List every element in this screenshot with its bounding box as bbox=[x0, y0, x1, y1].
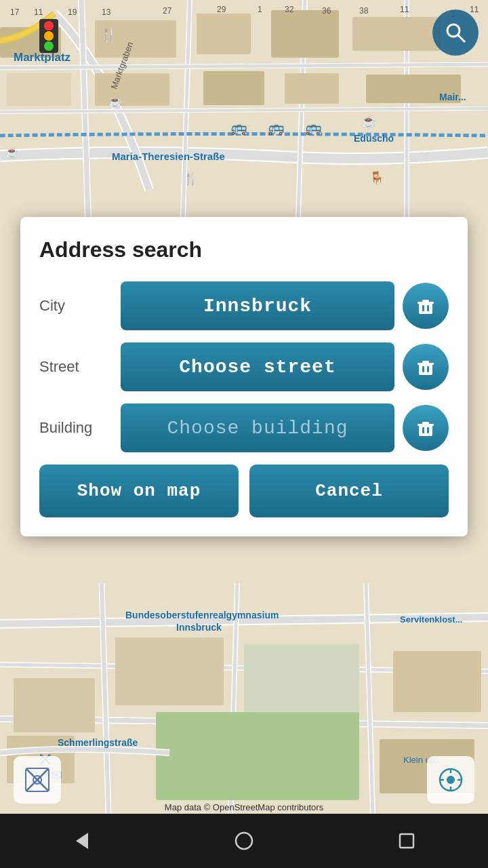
svg-text:Bundesoberstufenrealgymnasium: Bundesoberstufenrealgymnasium bbox=[125, 610, 279, 620]
action-buttons: Show on map Cancel bbox=[39, 465, 449, 517]
svg-rect-21 bbox=[285, 73, 339, 104]
svg-point-99 bbox=[447, 776, 455, 784]
svg-line-78 bbox=[458, 35, 465, 42]
svg-rect-106 bbox=[400, 834, 413, 848]
svg-text:🚌: 🚌 bbox=[305, 119, 322, 136]
svg-rect-20 bbox=[203, 71, 264, 105]
svg-rect-92 bbox=[422, 427, 424, 433]
svg-text:13: 13 bbox=[102, 7, 111, 17]
street-row: Street Choose street bbox=[39, 342, 449, 391]
svg-rect-86 bbox=[418, 363, 434, 365]
building-field-button[interactable]: Choose building bbox=[121, 403, 394, 452]
map-search-button[interactable] bbox=[432, 9, 479, 56]
svg-text:Schmerlingstraße: Schmerlingstraße bbox=[58, 737, 138, 748]
svg-rect-88 bbox=[427, 366, 429, 372]
svg-text:11: 11 bbox=[400, 5, 409, 14]
svg-text:🍴: 🍴 bbox=[183, 172, 199, 186]
svg-rect-37 bbox=[14, 678, 95, 732]
building-delete-button[interactable] bbox=[403, 405, 449, 451]
svg-text:36: 36 bbox=[322, 6, 331, 16]
city-label: City bbox=[39, 297, 121, 315]
svg-rect-81 bbox=[418, 302, 434, 304]
svg-text:☕: ☕ bbox=[361, 114, 377, 129]
city-delete-button[interactable] bbox=[403, 283, 449, 329]
map-label-maria-theresien: Maria-Theresien-Straße bbox=[112, 151, 225, 162]
dialog-title: Address search bbox=[39, 237, 449, 262]
home-nav-button[interactable] bbox=[217, 821, 271, 861]
svg-text:☕: ☕ bbox=[108, 95, 122, 108]
svg-rect-35 bbox=[115, 637, 224, 705]
svg-text:1: 1 bbox=[258, 5, 262, 14]
crosshair-control[interactable] bbox=[14, 756, 61, 804]
svg-text:11: 11 bbox=[470, 5, 479, 14]
navigation-bar bbox=[0, 814, 488, 868]
svg-point-45 bbox=[44, 41, 54, 51]
svg-rect-93 bbox=[427, 427, 429, 433]
svg-text:11: 11 bbox=[34, 7, 43, 17]
svg-text:32: 32 bbox=[285, 5, 294, 14]
svg-rect-36 bbox=[244, 644, 359, 719]
city-field-button[interactable]: Innsbruck bbox=[121, 281, 394, 330]
street-delete-button[interactable] bbox=[403, 344, 449, 390]
street-label: Street bbox=[39, 358, 121, 376]
map-label-marktplatz: Marktplatz bbox=[14, 51, 70, 64]
svg-text:🍴: 🍴 bbox=[100, 26, 117, 43]
recents-nav-button[interactable] bbox=[380, 821, 434, 861]
svg-text:27: 27 bbox=[163, 6, 172, 16]
street-field-button[interactable]: Choose street bbox=[121, 342, 394, 391]
svg-text:🪑: 🪑 bbox=[369, 170, 385, 185]
svg-text:Servitenklost...: Servitenklost... bbox=[400, 614, 462, 625]
svg-marker-104 bbox=[76, 833, 88, 849]
svg-rect-14 bbox=[197, 14, 251, 54]
building-label: Building bbox=[39, 419, 121, 437]
svg-point-43 bbox=[44, 21, 54, 31]
cancel-button[interactable]: Cancel bbox=[249, 465, 449, 517]
svg-rect-39 bbox=[156, 712, 359, 800]
svg-rect-15 bbox=[271, 10, 339, 58]
svg-point-44 bbox=[44, 31, 54, 41]
back-nav-button[interactable] bbox=[54, 821, 108, 861]
svg-rect-38 bbox=[393, 651, 481, 712]
svg-text:🚌: 🚌 bbox=[230, 119, 247, 136]
svg-text:🚌: 🚌 bbox=[268, 119, 285, 136]
city-row: City Innsbruck bbox=[39, 281, 449, 330]
svg-rect-91 bbox=[418, 424, 434, 426]
svg-rect-16 bbox=[352, 17, 441, 51]
svg-rect-82 bbox=[422, 305, 424, 311]
show-on-map-button[interactable]: Show on map bbox=[39, 465, 239, 517]
svg-rect-87 bbox=[422, 366, 424, 372]
svg-text:19: 19 bbox=[68, 7, 77, 17]
svg-point-105 bbox=[236, 833, 252, 849]
svg-rect-19 bbox=[95, 73, 169, 106]
map-attribution: Map data © OpenStreetMap contributors bbox=[165, 802, 323, 812]
svg-point-77 bbox=[447, 24, 460, 37]
svg-text:☕: ☕ bbox=[5, 146, 19, 159]
svg-text:Mair...: Mair... bbox=[439, 92, 466, 102]
svg-text:29: 29 bbox=[217, 5, 226, 14]
svg-rect-83 bbox=[427, 305, 429, 311]
svg-rect-18 bbox=[7, 73, 71, 106]
svg-text:38: 38 bbox=[359, 6, 369, 16]
location-control[interactable] bbox=[427, 756, 474, 804]
building-row: Building Choose building bbox=[39, 403, 449, 452]
map-label-eduscho: Eduscho bbox=[354, 133, 394, 144]
address-search-dialog: Address search City Innsbruck Street Cho… bbox=[20, 217, 468, 536]
svg-text:17: 17 bbox=[10, 7, 20, 17]
svg-text:Innsbruck: Innsbruck bbox=[176, 622, 222, 633]
